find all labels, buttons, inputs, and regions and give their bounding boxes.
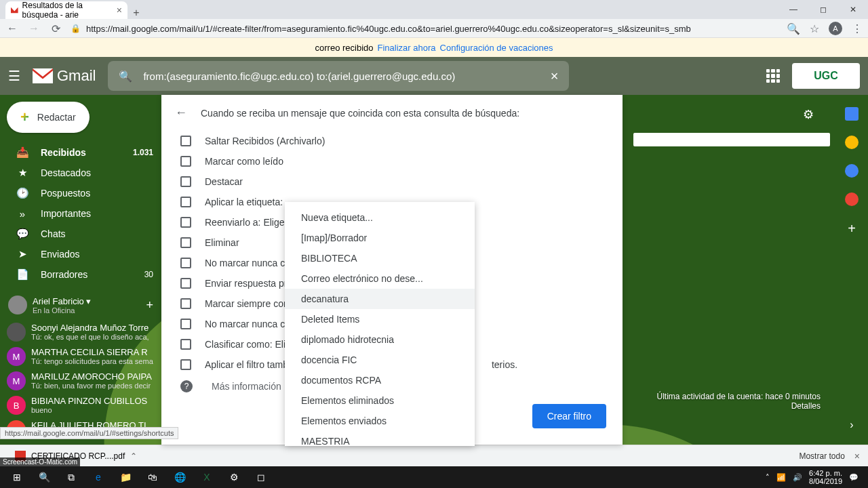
maximize-button[interactable]: ◻ <box>808 0 838 19</box>
sidebar-item-importantes[interactable]: »Importantes <box>0 203 161 224</box>
clock[interactable]: 6:42 p. m. 8/04/2019 <box>809 469 842 485</box>
filter-option[interactable]: Marcar como leído <box>161 151 623 171</box>
sidebar-item-enviados[interactable]: ➤Enviados <box>0 244 161 264</box>
checkbox[interactable] <box>180 156 191 167</box>
tab-close-icon[interactable]: × <box>117 5 122 16</box>
download-chevron-icon[interactable]: ⌃ <box>130 451 137 461</box>
star-icon[interactable]: ☆ <box>810 22 819 35</box>
dropdown-item[interactable]: Elementos eliminados <box>285 390 475 411</box>
dropdown-item[interactable]: Nueva etiqueta... <box>285 207 475 228</box>
search-icon[interactable]: 🔍 <box>787 22 800 35</box>
settings-taskbar-icon[interactable]: ⚙ <box>221 468 247 487</box>
sidebar-item-borradores[interactable]: 📄Borradores30 <box>0 264 161 285</box>
chat-item[interactable]: MMARILUZ AMOROCHO PAIPATú: bien, una fav… <box>0 369 161 393</box>
volume-icon[interactable]: 🔊 <box>793 473 802 482</box>
close-download-bar-icon[interactable]: × <box>854 451 860 462</box>
dropdown-item[interactable]: decanatura <box>285 289 475 309</box>
app-icon-2[interactable]: ◻ <box>248 468 274 487</box>
dropdown-item[interactable]: Correo electrónico no dese... <box>285 268 475 289</box>
checkbox[interactable] <box>180 197 191 207</box>
search-box[interactable]: 🔍 × <box>108 61 569 91</box>
system-tray[interactable]: ˄ 📶 🔊 6:42 p. m. 8/04/2019 💬 <box>766 469 864 485</box>
main-area: ⚙ + Redactar 📥Recibidos1.031★Destacados🕑… <box>0 95 868 445</box>
back-button[interactable]: ← <box>5 22 19 35</box>
help-icon[interactable]: ? <box>180 380 193 392</box>
dropdown-item[interactable]: Elementos enviados <box>285 411 475 431</box>
search-taskbar-icon[interactable]: 🔍 <box>31 468 57 487</box>
more-info-link[interactable]: Más información <box>212 381 281 392</box>
label-dropdown[interactable]: Nueva etiqueta...[Imap]/BorradorBIBLIOTE… <box>285 202 475 446</box>
checkbox[interactable] <box>180 136 191 146</box>
sidebar-item-chats[interactable]: 💬Chats <box>0 224 161 244</box>
dropdown-item[interactable]: MAESTRIA <box>285 431 475 446</box>
org-logo[interactable]: UGC <box>792 63 860 89</box>
chat-name: BIBIANA PINZON CUBILLOS <box>31 396 153 406</box>
edge-icon[interactable]: e <box>85 468 111 487</box>
checkbox[interactable] <box>180 217 191 228</box>
checkbox[interactable] <box>180 319 191 329</box>
menu-hamburger-icon[interactable]: ☰ <box>8 68 20 84</box>
dropdown-item[interactable]: documentos RCPA <box>285 370 475 390</box>
chat-item[interactable]: MMARTHA CECILIA SIERRA RTú: tengo solici… <box>0 344 161 369</box>
chat-item[interactable]: BBIBIANA PINZON CUBILLOSbueno <box>0 393 161 418</box>
filter-option[interactable]: Saltar Recibidos (Archivarlo) <box>161 131 623 151</box>
details-link[interactable]: Detalles <box>657 401 821 411</box>
add-user-icon[interactable]: + <box>146 298 153 312</box>
settings-gear-icon[interactable]: ⚙ <box>803 107 814 122</box>
start-button[interactable]: ⊞ <box>4 468 30 487</box>
apps-grid-icon[interactable] <box>766 69 780 83</box>
addon-icon[interactable] <box>845 192 859 206</box>
checkbox[interactable] <box>180 359 191 370</box>
checkbox[interactable] <box>180 278 191 289</box>
checkbox[interactable] <box>180 298 191 309</box>
chat-item[interactable]: Soonyi Alejandra Muñoz TorreTú: ok, es q… <box>0 320 161 344</box>
filter-option[interactable]: Destacar <box>161 171 623 192</box>
minimize-button[interactable]: — <box>778 0 808 19</box>
checkbox[interactable] <box>180 258 191 268</box>
user-section[interactable]: Ariel Fabricio ▾ En la Oficina + <box>0 290 161 320</box>
sidebar-item-pospuestos[interactable]: 🕑Pospuestos <box>0 183 161 203</box>
create-filter-button[interactable]: Crear filtro <box>532 404 606 428</box>
calendar-icon[interactable] <box>845 107 859 121</box>
new-tab-button[interactable]: + <box>127 7 145 19</box>
dropdown-item[interactable]: docencia FIC <box>285 350 475 370</box>
clear-search-icon[interactable]: × <box>551 68 559 84</box>
show-all-downloads[interactable]: Mostrar todo <box>799 451 844 461</box>
banner-link-vacation[interactable]: Configuración de vacaciones <box>440 43 553 53</box>
gmail-logo[interactable]: Gmail <box>33 67 96 85</box>
profile-avatar[interactable]: A <box>829 22 842 35</box>
keep-icon[interactable] <box>845 136 859 149</box>
network-icon[interactable]: 📶 <box>776 473 786 482</box>
content-placeholder <box>633 133 830 146</box>
dropdown-item[interactable]: diplomado hidrotecnia <box>285 329 475 350</box>
back-arrow-icon[interactable]: ← <box>175 106 187 120</box>
dropdown-item[interactable]: BIBLIOTECA <box>285 248 475 268</box>
collapse-panel-icon[interactable]: › <box>850 419 853 431</box>
excel-icon[interactable]: X <box>194 468 220 487</box>
dropdown-item[interactable]: Deleted Items <box>285 309 475 329</box>
add-addon-icon[interactable]: + <box>848 221 856 237</box>
compose-button[interactable]: + Redactar <box>7 102 90 133</box>
tray-chevron-icon[interactable]: ˄ <box>766 473 770 482</box>
checkbox[interactable] <box>180 176 191 187</box>
search-input[interactable] <box>143 70 539 82</box>
sidebar-item-destacados[interactable]: ★Destacados <box>0 163 161 183</box>
reload-button[interactable]: ⟳ <box>49 22 62 35</box>
chrome-icon[interactable]: 🌐 <box>167 468 193 487</box>
notifications-icon[interactable]: 💬 <box>849 473 859 482</box>
forward-button[interactable]: → <box>27 22 41 35</box>
explorer-icon[interactable]: 📁 <box>113 468 138 487</box>
banner-link-finalize[interactable]: Finalizar ahora <box>378 43 436 53</box>
checkbox[interactable] <box>180 339 191 350</box>
close-window-button[interactable]: ✕ <box>838 0 868 19</box>
sidebar-item-recibidos[interactable]: 📥Recibidos1.031 <box>0 142 161 163</box>
checkbox[interactable] <box>180 237 191 248</box>
menu-icon[interactable]: ⋮ <box>852 22 863 35</box>
browser-tab[interactable]: Resultados de la búsqueda - arie × <box>5 1 127 19</box>
app-icon-1[interactable]: 🛍 <box>140 468 165 487</box>
tasks-icon[interactable] <box>845 164 859 178</box>
url-field[interactable]: 🔒 https://mail.google.com/mail/u/1/#crea… <box>71 24 778 34</box>
search-icon[interactable]: 🔍 <box>119 70 132 83</box>
task-view-icon[interactable]: ⧉ <box>58 468 84 487</box>
dropdown-item[interactable]: [Imap]/Borrador <box>285 228 475 248</box>
